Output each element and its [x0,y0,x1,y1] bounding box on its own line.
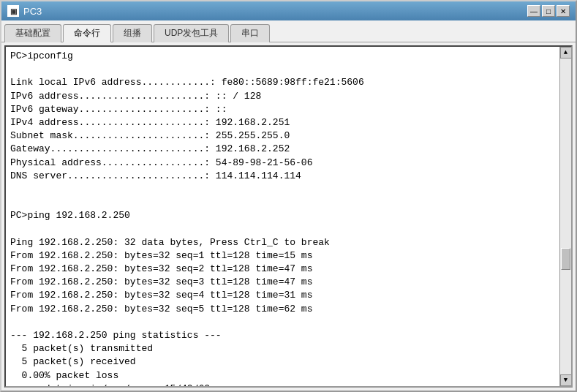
main-window: ▣ PC3 — □ ✕ 基础配置 命令行 组播 UDP发包工具 串口 PC>ip… [0,0,577,392]
tab-bar: 基础配置 命令行 组播 UDP发包工具 串口 [1,20,576,42]
scrollbar[interactable]: ▲ ▼ [559,47,571,386]
scroll-down-button[interactable]: ▼ [560,374,572,386]
scroll-thumb[interactable] [561,248,570,270]
title-bar-left: ▣ PC3 [7,5,42,17]
scroll-up-button[interactable]: ▲ [560,47,572,59]
restore-button[interactable]: □ [542,5,555,17]
window-icon: ▣ [7,5,19,17]
terminal-area: PC>ipconfig Link local IPv6 address.....… [4,45,573,388]
title-bar: ▣ PC3 — □ ✕ [1,1,576,20]
tab-multicast[interactable]: 组播 [113,24,152,42]
terminal-output[interactable]: PC>ipconfig Link local IPv6 address.....… [6,47,559,386]
tab-udp[interactable]: UDP发包工具 [154,24,229,42]
minimize-button[interactable]: — [527,5,540,17]
title-buttons: — □ ✕ [527,5,570,17]
tab-serial[interactable]: 串口 [230,24,270,42]
window-title: PC3 [23,6,42,17]
close-button[interactable]: ✕ [557,5,570,17]
scroll-track[interactable] [560,59,571,374]
tab-basic[interactable]: 基础配置 [4,24,61,42]
tab-cmd[interactable]: 命令行 [63,24,111,42]
